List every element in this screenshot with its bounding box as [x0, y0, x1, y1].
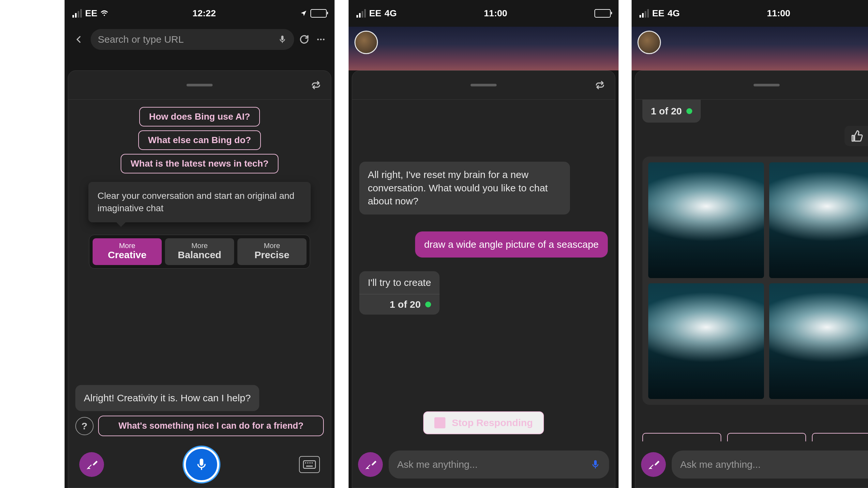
- address-placeholder: Search or type URL: [98, 34, 273, 45]
- ask-placeholder: Ask me anything...: [680, 459, 868, 470]
- phone-screenshot-1: EE 12:22 Search or type URL: [65, 0, 335, 488]
- svg-rect-7: [312, 462, 313, 463]
- svg-rect-8: [306, 465, 313, 466]
- ask-placeholder: Ask me anything...: [397, 459, 590, 470]
- sheet-header[interactable]: [635, 71, 868, 100]
- followup-suggestion[interactable]: What's something nice I can do for a fri…: [98, 416, 324, 436]
- progress-counter: 1 of 20: [651, 106, 682, 117]
- suggestion-chip[interactable]: [642, 433, 721, 442]
- bot-progress-message: 1 of 20: [642, 100, 701, 123]
- battery-charging-icon: [594, 9, 611, 18]
- conversation-style-selector: More Creative More Balanced More Precise: [89, 235, 310, 269]
- clock: 12:22: [192, 8, 216, 19]
- signal-icon: [72, 9, 82, 18]
- stop-responding-button[interactable]: Stop Responding: [423, 412, 544, 434]
- svg-rect-5: [307, 462, 308, 463]
- mode-label: Balanced: [165, 249, 234, 260]
- carrier-label: EE: [85, 8, 97, 19]
- mode-sup: More: [93, 241, 162, 250]
- suggestion-chip[interactable]: How does Bing use AI?: [139, 107, 260, 127]
- clock: 11:00: [767, 8, 790, 19]
- svg-rect-6: [309, 462, 310, 463]
- back-button[interactable]: [72, 32, 86, 46]
- wallpaper: [631, 27, 868, 70]
- mode-sup: More: [237, 241, 307, 250]
- bot-status-text: I'll try to create: [359, 271, 439, 294]
- suggestion-chip[interactable]: What else can Bing do?: [138, 130, 261, 150]
- carrier-label: EE: [369, 8, 381, 19]
- mode-tooltip: Clear your conversation and start an ori…: [88, 182, 311, 222]
- status-bar: EE 4G 11:00: [348, 0, 619, 27]
- feedback-buttons: [844, 126, 868, 146]
- generated-image[interactable]: [648, 283, 764, 399]
- keyboard-button[interactable]: [299, 456, 320, 473]
- new-topic-button[interactable]: [79, 452, 104, 477]
- network-label: 4G: [668, 8, 680, 19]
- chat-sheet: All right, I've reset my brain for a new…: [352, 70, 615, 488]
- generated-image-grid: [642, 157, 868, 405]
- new-topic-button[interactable]: [641, 452, 666, 477]
- avatar[interactable]: [638, 31, 661, 54]
- share-button[interactable]: [309, 78, 323, 92]
- ask-input[interactable]: Ask me anything...: [672, 451, 868, 479]
- mode-label: Precise: [237, 249, 307, 260]
- sheet-header[interactable]: [352, 71, 615, 100]
- location-icon: [300, 10, 307, 17]
- grab-handle[interactable]: [753, 84, 780, 87]
- followup-row: ? What's something nice I can do for a f…: [75, 416, 324, 442]
- mode-creative[interactable]: More Creative: [93, 238, 162, 265]
- svg-point-0: [317, 39, 319, 40]
- svg-rect-3: [304, 461, 316, 468]
- svg-point-1: [320, 39, 322, 40]
- status-bar: EE 12:22: [65, 0, 335, 27]
- bot-message: Alright! Creativity it is. How can I hel…: [75, 385, 259, 412]
- avatar[interactable]: [354, 31, 378, 54]
- chat-sheet: How does Bing use AI? What else can Bing…: [68, 70, 331, 488]
- grab-handle[interactable]: [470, 84, 497, 87]
- wifi-icon: [100, 9, 108, 17]
- suggestion-chip[interactable]: [812, 433, 868, 442]
- stop-label: Stop Responding: [452, 417, 533, 428]
- thumbs-up-button[interactable]: [851, 130, 863, 142]
- address-bar[interactable]: Search or type URL: [91, 29, 294, 50]
- suggestion-chip[interactable]: [727, 433, 806, 442]
- carrier-label: EE: [652, 8, 664, 19]
- network-label: 4G: [384, 8, 397, 19]
- ask-input[interactable]: Ask me anything...: [389, 451, 609, 479]
- share-button[interactable]: [593, 78, 607, 92]
- signal-icon: [640, 9, 649, 18]
- generated-image[interactable]: [769, 283, 868, 399]
- help-icon[interactable]: ?: [75, 417, 94, 435]
- generated-image[interactable]: [648, 162, 764, 278]
- reload-button[interactable]: [299, 34, 310, 45]
- clock: 11:00: [484, 8, 507, 19]
- voice-input-button[interactable]: [184, 447, 219, 482]
- more-button[interactable]: [314, 35, 328, 44]
- bot-message: All right, I've reset my brain for a new…: [359, 162, 570, 215]
- status-dot-icon: [425, 301, 431, 307]
- progress-counter: 1 of 20: [390, 299, 421, 310]
- mode-precise[interactable]: More Precise: [237, 238, 307, 265]
- chat-footer: Ask me anything...: [635, 442, 868, 488]
- mic-icon[interactable]: [590, 459, 600, 470]
- generated-image[interactable]: [769, 162, 868, 278]
- svg-rect-4: [305, 462, 306, 463]
- chat-footer: [68, 442, 331, 488]
- wallpaper: [348, 27, 619, 70]
- sheet-header[interactable]: [68, 71, 331, 100]
- phone-screenshot-2: EE 4G 11:00 All right, I've reset my bra…: [348, 0, 619, 488]
- mode-sup: More: [165, 241, 234, 250]
- suggested-prompts: How does Bing use AI? What else can Bing…: [75, 107, 324, 173]
- new-topic-button[interactable]: [358, 452, 383, 477]
- chat-footer: Ask me anything...: [352, 442, 615, 488]
- user-message: draw a wide angle picture of a seascape: [415, 231, 608, 258]
- mic-icon[interactable]: [278, 35, 287, 44]
- stop-icon: [434, 417, 445, 428]
- mode-balanced[interactable]: More Balanced: [165, 238, 234, 265]
- bot-progress-message: I'll try to create 1 of 20: [359, 271, 439, 315]
- mode-label: Creative: [93, 249, 162, 260]
- signal-icon: [356, 9, 366, 18]
- phone-screenshot-3: EE 4G 11:00 1 of 20: [631, 0, 868, 488]
- grab-handle[interactable]: [187, 84, 213, 87]
- suggestion-chip[interactable]: What is the latest news in tech?: [121, 154, 278, 173]
